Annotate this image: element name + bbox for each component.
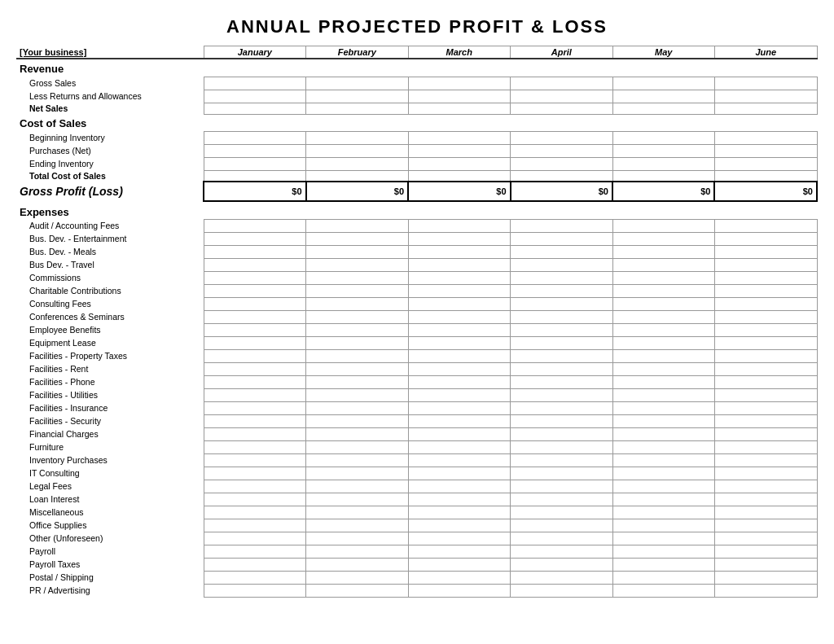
purchases-apr[interactable] — [511, 144, 612, 157]
beg-inv-jan[interactable] — [204, 131, 305, 144]
gross-sales-mar[interactable] — [408, 77, 510, 90]
expense-row-pr-advertising: PR / Advertising — [16, 584, 817, 597]
expense-row-loan-interest: Loan Interest — [16, 493, 817, 506]
returns-row: Less Returns and Allowances — [16, 90, 817, 103]
total-cost-feb[interactable] — [306, 170, 408, 182]
beg-inv-apr[interactable] — [511, 131, 612, 144]
expense-row-financial-charges: Financial Charges — [16, 427, 817, 440]
net-sales-jun[interactable] — [714, 103, 817, 114]
expense-row-furniture: Furniture — [16, 440, 817, 453]
net-sales-may[interactable] — [612, 103, 714, 114]
purchases-net-row: Purchases (Net) — [16, 144, 817, 157]
month-may-header: May — [612, 46, 714, 59]
expense-row-facilities-utilities: Facilities - Utilities — [16, 388, 817, 401]
beg-inv-feb[interactable] — [306, 131, 408, 144]
net-sales-row: Net Sales — [16, 103, 817, 114]
net-sales-feb[interactable] — [306, 103, 408, 114]
purchases-mar[interactable] — [408, 144, 510, 157]
expense-row-legal-fees: Legal Fees — [16, 480, 817, 493]
end-inv-feb[interactable] — [306, 157, 408, 170]
expense-row-facilities-rent: Facilities - Rent — [16, 362, 817, 375]
gross-profit-row: Gross Profit (Loss) $0 $0 $0 $0 $0 $0 — [16, 182, 817, 201]
returns-may[interactable] — [612, 90, 714, 103]
beg-inv-may[interactable] — [612, 131, 714, 144]
expense-row-facilities-prop-tax: Facilities - Property Taxes — [16, 349, 817, 362]
gross-sales-may[interactable] — [612, 77, 714, 90]
total-cost-apr[interactable] — [511, 170, 612, 182]
expense-row-bus-ent: Bus. Dev. - Entertainment — [16, 232, 817, 245]
expense-row-facilities-insurance: Facilities - Insurance — [16, 401, 817, 414]
purchases-feb[interactable] — [306, 144, 408, 157]
end-inv-mar[interactable] — [408, 157, 510, 170]
gross-profit-jun[interactable]: $0 — [714, 182, 817, 201]
gross-profit-jan[interactable]: $0 — [204, 182, 305, 201]
total-cost-jan[interactable] — [204, 170, 305, 182]
expense-row-inventory-purchases: Inventory Purchases — [16, 453, 817, 467]
end-inv-may[interactable] — [612, 157, 714, 170]
gross-profit-may[interactable]: $0 — [612, 182, 714, 201]
purchases-jan[interactable] — [204, 144, 305, 157]
net-sales-jan[interactable] — [204, 103, 305, 114]
total-cost-mar[interactable] — [408, 170, 510, 182]
end-inv-apr[interactable] — [511, 157, 612, 170]
gross-profit-feb[interactable]: $0 — [306, 182, 408, 201]
end-inv-jan[interactable] — [204, 157, 305, 170]
ending-inventory-row: Ending Inventory — [16, 157, 817, 170]
expense-row-miscellaneous: Miscellaneous — [16, 506, 817, 519]
expense-row-bus-meals: Bus. Dev. - Meals — [16, 245, 817, 258]
expense-row-payroll-taxes: Payroll Taxes — [16, 558, 817, 571]
expense-row-commissions: Commissions — [16, 271, 817, 284]
expense-row-payroll: Payroll — [16, 545, 817, 558]
month-feb-header: February — [306, 46, 408, 59]
expense-row-it-consulting: IT Consulting — [16, 467, 817, 480]
gross-sales-jan[interactable] — [204, 77, 305, 90]
end-inv-jun[interactable] — [714, 157, 817, 170]
purchases-jun[interactable] — [714, 144, 817, 157]
total-cost-may[interactable] — [612, 170, 714, 182]
total-cost-jun[interactable] — [714, 170, 817, 182]
revenue-section-header: Revenue — [16, 59, 817, 77]
purchases-may[interactable] — [612, 144, 714, 157]
returns-apr[interactable] — [511, 90, 612, 103]
business-label: [Your business] — [16, 46, 204, 59]
returns-jun[interactable] — [714, 90, 817, 103]
net-sales-mar[interactable] — [408, 103, 510, 114]
expense-row-facilities-phone: Facilities - Phone — [16, 375, 817, 388]
month-apr-header: April — [511, 46, 612, 59]
gross-sales-feb[interactable] — [306, 77, 408, 90]
expense-row-charitable: Charitable Contributions — [16, 284, 817, 297]
page-title: ANNUAL PROJECTED PROFIT & LOSS — [16, 16, 818, 37]
returns-jan[interactable] — [204, 90, 305, 103]
gross-profit-apr[interactable]: $0 — [511, 182, 612, 201]
month-jun-header: June — [714, 46, 817, 59]
expenses-section-header: Expenses — [16, 201, 817, 219]
beg-inv-jun[interactable] — [714, 131, 817, 144]
month-mar-header: March — [408, 46, 510, 59]
expense-row-audit: Audit / Accounting Fees — [16, 219, 817, 232]
expense-row-other: Other (Unforeseen) — [16, 532, 817, 545]
expense-row-equipment-lease: Equipment Lease — [16, 336, 817, 349]
returns-feb[interactable] — [306, 90, 408, 103]
beginning-inventory-row: Beginning Inventory — [16, 131, 817, 144]
gross-sales-row: Gross Sales — [16, 77, 817, 90]
expense-row-consulting: Consulting Fees — [16, 297, 817, 310]
expense-row-facilities-security: Facilities - Security — [16, 414, 817, 427]
cost-of-sales-header: Cost of Sales — [16, 114, 817, 131]
month-jan-header: January — [204, 46, 305, 59]
gross-sales-jun[interactable] — [714, 77, 817, 90]
expense-row-conferences: Conferences & Seminars — [16, 310, 817, 323]
gross-profit-mar[interactable]: $0 — [408, 182, 510, 201]
expense-row-employee-benefits: Employee Benefits — [16, 323, 817, 336]
expense-row-postal: Postal / Shipping — [16, 571, 817, 584]
expense-row-office-supplies: Office Supplies — [16, 519, 817, 532]
gross-sales-apr[interactable] — [511, 77, 612, 90]
net-sales-apr[interactable] — [511, 103, 612, 114]
beg-inv-mar[interactable] — [408, 131, 510, 144]
total-cost-row: Total Cost of Sales — [16, 170, 817, 182]
expense-row-bus-travel: Bus Dev. - Travel — [16, 258, 817, 271]
returns-mar[interactable] — [408, 90, 510, 103]
